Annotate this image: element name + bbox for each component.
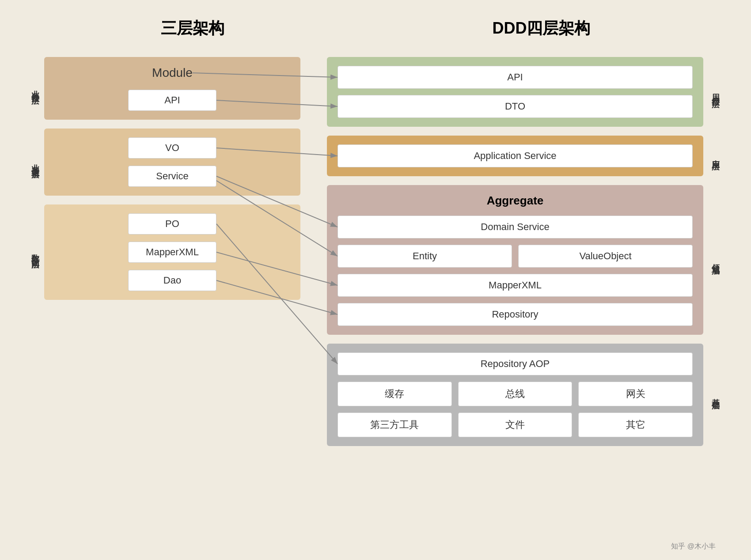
service-box: Service xyxy=(128,166,216,187)
mapperxml-box-left: MapperXML xyxy=(128,242,216,263)
app-layer-inner: Application Service xyxy=(327,136,703,176)
data-layer-label: 数据访问层 xyxy=(27,204,44,300)
infra-row2: 第三方工具 文件 其它 xyxy=(338,412,693,437)
domain-layer-label: 领域层 xyxy=(707,185,724,335)
left-architecture: 业务接口层 Module API 业务逻辑层 VO Service 数据访问层 … xyxy=(27,57,300,446)
other-box: 其它 xyxy=(578,412,693,437)
domain-layer-inner: Aggregate Domain Service Entity ValueObj… xyxy=(327,185,703,335)
interface-layer: 业务接口层 Module API xyxy=(27,57,300,120)
interface-layer-label: 业务接口层 xyxy=(27,57,44,120)
cache-box: 缓存 xyxy=(338,382,452,406)
repository-box: Repository xyxy=(338,303,693,326)
entity-value-row: Entity ValueObject xyxy=(338,245,693,268)
right-architecture: API DTO 用户接口层 Application Service 应用层 Ag… xyxy=(327,57,724,446)
aggregate-title: Aggregate xyxy=(338,194,693,208)
ui-layer: API DTO 用户接口层 xyxy=(327,57,724,127)
data-layer: 数据访问层 PO MapperXML Dao xyxy=(27,204,300,300)
left-title: 三层架构 xyxy=(161,18,224,39)
vo-box: VO xyxy=(128,137,216,159)
app-layer: Application Service 应用层 xyxy=(327,136,724,176)
logic-layer-inner: VO Service xyxy=(44,129,300,196)
bus-box: 总线 xyxy=(458,382,573,406)
entity-box: Entity xyxy=(338,245,512,268)
infra-row1: 缓存 总线 网关 xyxy=(338,382,693,406)
data-layer-inner: PO MapperXML Dao xyxy=(44,204,300,300)
ui-layer-inner: API DTO xyxy=(327,57,703,127)
ui-layer-label: 用户接口层 xyxy=(707,57,724,127)
watermark: 知乎 @木小丰 xyxy=(671,542,716,551)
infra-layer-label: 基础层 xyxy=(707,344,724,446)
app-service-box: Application Service xyxy=(338,144,693,167)
domain-service-box: Domain Service xyxy=(338,216,693,238)
repo-aop-box: Repository AOP xyxy=(338,352,693,375)
mapperxml-box-right: MapperXML xyxy=(338,274,693,297)
logic-layer: 业务逻辑层 VO Service xyxy=(27,129,300,196)
module-title: Module xyxy=(152,66,193,80)
file-box: 文件 xyxy=(458,412,573,437)
app-layer-label: 应用层 xyxy=(707,136,724,176)
dao-box: Dao xyxy=(128,270,216,291)
dto-box: DTO xyxy=(338,95,693,118)
api-box-left: API xyxy=(128,90,216,111)
logic-layer-label: 业务逻辑层 xyxy=(27,129,44,196)
infra-layer: Repository AOP 缓存 总线 网关 第三方工具 文件 其它 基础层 xyxy=(327,344,724,446)
thirdparty-box: 第三方工具 xyxy=(338,412,452,437)
gateway-box: 网关 xyxy=(578,382,693,406)
right-title: DDD四层架构 xyxy=(493,18,591,39)
infra-layer-inner: Repository AOP 缓存 总线 网关 第三方工具 文件 其它 xyxy=(327,344,703,446)
po-box: PO xyxy=(128,213,216,235)
interface-layer-inner: Module API xyxy=(44,57,300,120)
api-box-right: API xyxy=(338,66,693,89)
domain-layer: Aggregate Domain Service Entity ValueObj… xyxy=(327,185,724,335)
valueobject-box: ValueObject xyxy=(518,245,693,268)
